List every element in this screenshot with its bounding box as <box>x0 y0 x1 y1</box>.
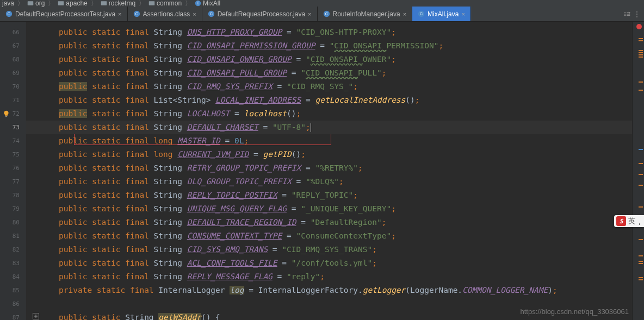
line-number[interactable]: 75 <box>0 148 26 161</box>
code-line[interactable]: private static final InternalLogger log … <box>26 284 632 297</box>
line-number[interactable]: 85 <box>0 284 26 297</box>
tab-label: DefaultRequestProcessorTest.java <box>15 10 115 18</box>
editor: 6667686970717273747576777879808182838485… <box>0 22 644 320</box>
code-line[interactable]: public static final long MASTER_ID = 0L; <box>26 134 632 148</box>
code-area[interactable]: public static final String ONS_HTTP_PROX… <box>26 22 632 320</box>
line-number[interactable]: 72 <box>0 107 26 121</box>
watermark: https://blog.csdn.net/qq_33036061 <box>521 308 629 316</box>
line-number[interactable]: 86 <box>0 297 26 311</box>
line-number[interactable]: 84 <box>0 270 26 284</box>
code-line[interactable]: public static final String LOCALHOST = l… <box>26 107 632 121</box>
tab-defaultrequestprocessortest-java[interactable]: CDefaultRequestProcessorTest.java× <box>0 7 128 21</box>
code-line[interactable]: public static final String CID_ONSAPI_PU… <box>26 66 632 80</box>
code-line[interactable]: public static final String DEFAULT_CHARS… <box>26 121 632 134</box>
tab-label: RouteInfoManager.java <box>333 10 400 18</box>
svg-text:C: C <box>210 11 213 16</box>
code-line[interactable]: public static final String CONSUME_CONTE… <box>26 229 632 243</box>
line-number[interactable]: 76 <box>0 161 26 175</box>
tab-label: MixAll.java <box>428 10 459 18</box>
svg-text:C: C <box>197 1 200 5</box>
java-file-icon: C <box>5 10 13 17</box>
error-stripe[interactable] <box>632 22 644 320</box>
class-icon: C <box>195 0 201 7</box>
ime-widget[interactable]: S 英 , <box>614 215 644 227</box>
tab-mixall-java[interactable]: CMixAll.java× <box>412 7 471 21</box>
tab-defaultrequestprocessor-java[interactable]: CDefaultRequestProcessor.java× <box>202 7 318 21</box>
caret <box>311 123 311 132</box>
line-number[interactable]: 73 <box>0 121 26 134</box>
line-number[interactable]: 74 <box>0 134 26 148</box>
svg-rect-0 <box>28 1 34 5</box>
close-icon[interactable]: × <box>308 11 311 17</box>
folder-icon <box>58 0 64 7</box>
sogou-icon: S <box>616 216 626 226</box>
code-line[interactable]: public static final String UNIQUE_MSG_QU… <box>26 202 632 216</box>
line-number[interactable]: 83 <box>0 256 26 270</box>
svg-rect-1 <box>58 1 64 5</box>
breadcrumb: java〉 org〉 apache〉 rocketmq〉 common〉 CMi… <box>0 0 644 7</box>
tab-assertions-class[interactable]: CAssertions.class× <box>128 7 202 21</box>
line-number[interactable]: 67 <box>0 39 26 53</box>
line-number[interactable]: 87 <box>0 311 26 320</box>
code-line[interactable]: public static final String REPLY_MESSAGE… <box>26 270 632 284</box>
ime-dots: , <box>637 217 642 225</box>
line-number[interactable]: 80 <box>0 216 26 229</box>
tab-label: Assertions.class <box>143 10 190 18</box>
ime-label: 英 <box>628 216 635 226</box>
code-line[interactable]: public static final String CID_ONSAPI_PE… <box>26 39 632 53</box>
svg-text:C: C <box>325 11 327 16</box>
code-line[interactable]: public static final List<String> LOCAL_I… <box>26 93 632 107</box>
code-line[interactable]: public static final String CID_SYS_RMQ_T… <box>26 243 632 256</box>
line-number[interactable]: 81 <box>0 229 26 243</box>
java-file-icon: C <box>418 10 425 17</box>
line-number[interactable]: 70 <box>0 80 26 93</box>
line-number[interactable]: 69 <box>0 66 26 80</box>
error-indicator-icon[interactable] <box>636 24 642 29</box>
code-line[interactable]: public static final String REPLY_TOPIC_P… <box>26 189 632 202</box>
java-file-icon: C <box>323 10 330 17</box>
java-file-icon: C <box>133 10 140 17</box>
svg-text:C: C <box>135 11 138 16</box>
code-line[interactable]: public static final String DEFAULT_TRACE… <box>26 216 632 229</box>
intention-bulb-icon[interactable] <box>3 110 10 117</box>
code-line[interactable]: public static final long CURRENT_JVM_PID… <box>26 148 632 161</box>
close-icon[interactable]: × <box>118 11 121 17</box>
line-number[interactable]: 71 <box>0 93 26 107</box>
tabs-bar: CDefaultRequestProcessorTest.java×CAsser… <box>0 7 644 22</box>
close-icon[interactable]: × <box>193 11 196 17</box>
line-number[interactable]: 82 <box>0 243 26 256</box>
svg-rect-2 <box>101 1 107 5</box>
code-line[interactable]: public static final String ONS_HTTP_PROX… <box>26 26 632 39</box>
tab-routeinfomanager-java[interactable]: CRouteInfoManager.java× <box>318 7 413 21</box>
line-number[interactable]: 66 <box>0 26 26 39</box>
java-file-icon: C <box>208 10 215 17</box>
folder-icon <box>27 0 34 7</box>
close-icon[interactable]: × <box>461 11 465 17</box>
line-number[interactable]: 79 <box>0 202 26 216</box>
code-line[interactable]: public static final String ACL_CONF_TOOL… <box>26 256 632 270</box>
gutter: 6667686970717273747576777879808182838485… <box>0 22 26 320</box>
tab-label: DefaultRequestProcessor.java <box>218 10 305 18</box>
folder-icon <box>101 0 107 7</box>
line-number[interactable]: 68 <box>0 53 26 66</box>
more-icon[interactable]: ⋮ <box>633 10 641 18</box>
code-line[interactable]: public static final String DLQ_GROUP_TOP… <box>26 175 632 189</box>
line-number[interactable]: 77 <box>0 175 26 189</box>
code-line[interactable]: public static final String CID_RMQ_SYS_P… <box>26 80 632 93</box>
close-icon[interactable]: × <box>403 11 406 17</box>
code-line[interactable]: public static final String CID_ONSAPI_OW… <box>26 53 632 66</box>
folder-icon <box>148 0 155 7</box>
svg-rect-3 <box>149 1 155 5</box>
code-line[interactable]: public static final String RETRY_GROUP_T… <box>26 161 632 175</box>
line-number[interactable]: 78 <box>0 189 26 202</box>
svg-rect-16 <box>5 116 7 117</box>
svg-text:C: C <box>8 11 10 16</box>
dropdown-icon[interactable] <box>623 10 631 18</box>
svg-text:C: C <box>420 11 423 16</box>
